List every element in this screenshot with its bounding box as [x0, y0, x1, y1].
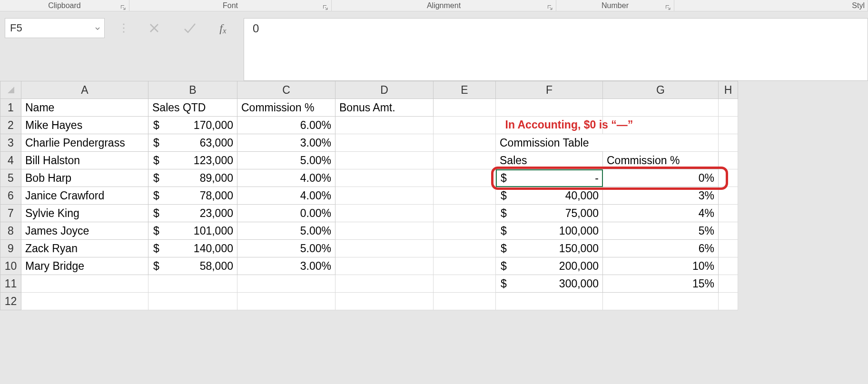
cell[interactable]	[434, 275, 496, 293]
cell[interactable]: $23,000	[148, 205, 237, 222]
row-header[interactable]: 9	[0, 240, 21, 257]
cell[interactable]	[434, 99, 496, 117]
cell[interactable]	[719, 240, 738, 257]
cell[interactable]: 0.00%	[237, 205, 335, 222]
ribbon-group-clipboard[interactable]: Clipboard	[0, 0, 129, 11]
cell[interactable]: 15%	[603, 275, 719, 293]
cell[interactable]: Sales QTD	[148, 99, 237, 117]
cell[interactable]	[335, 187, 434, 205]
ribbon-group-font[interactable]: Font	[129, 0, 332, 11]
cell[interactable]	[335, 222, 434, 240]
dialog-launcher-icon[interactable]	[547, 4, 553, 10]
cell[interactable]	[434, 257, 496, 275]
cell[interactable]: 5.00%	[237, 222, 335, 240]
column-header[interactable]: A	[21, 81, 148, 99]
cell[interactable]	[434, 240, 496, 257]
cell[interactable]: Janice Crawford	[21, 187, 148, 205]
row-header[interactable]: 4	[0, 152, 21, 169]
cell[interactable]	[603, 293, 719, 310]
cell[interactable]	[434, 205, 496, 222]
dialog-launcher-icon[interactable]	[323, 4, 328, 10]
cell[interactable]: $170,000	[148, 117, 237, 134]
row-header[interactable]: 12	[0, 293, 21, 310]
cell[interactable]: 4%	[603, 205, 719, 222]
worksheet[interactable]: ABCDEFGH1NameSales QTDCommission %Bonus …	[0, 81, 868, 310]
cell[interactable]	[719, 117, 738, 134]
cell[interactable]: Mary Bridge	[21, 257, 148, 275]
cell[interactable]: $58,000	[148, 257, 237, 275]
cell[interactable]: $100,000	[496, 222, 603, 240]
cell[interactable]	[434, 152, 496, 169]
cell[interactable]: Sales	[496, 152, 603, 169]
cell[interactable]: $101,000	[148, 222, 237, 240]
row-header[interactable]: 3	[0, 134, 21, 152]
cell[interactable]	[21, 275, 148, 293]
cell[interactable]	[434, 117, 496, 134]
cell[interactable]: $63,000	[148, 134, 237, 152]
cell[interactable]	[335, 293, 434, 310]
cell[interactable]: $89,000	[148, 169, 237, 187]
cell[interactable]: 4.00%	[237, 169, 335, 187]
cell[interactable]	[335, 257, 434, 275]
cell[interactable]: 3.00%	[237, 134, 335, 152]
cell[interactable]: Charlie Pendergrass	[21, 134, 148, 152]
cell[interactable]	[237, 293, 335, 310]
cell[interactable]: $200,000	[496, 257, 603, 275]
row-header[interactable]: 5	[0, 169, 21, 187]
cell[interactable]	[335, 134, 434, 152]
cell[interactable]: Bonus Amt.	[335, 99, 434, 117]
cell[interactable]: $140,000	[148, 240, 237, 257]
column-header[interactable]: G	[603, 81, 719, 99]
row-header[interactable]: 6	[0, 187, 21, 205]
cell[interactable]	[21, 293, 148, 310]
column-header[interactable]: D	[335, 81, 434, 99]
cell[interactable]	[434, 293, 496, 310]
cell[interactable]	[434, 187, 496, 205]
cell[interactable]: $75,000	[496, 205, 603, 222]
column-header[interactable]: H	[719, 81, 738, 99]
more-icon[interactable]	[122, 22, 126, 34]
cell[interactable]: Commission Table	[496, 134, 603, 152]
ribbon-group-number[interactable]: Number	[556, 0, 674, 11]
formula-input[interactable]: 0	[244, 18, 868, 38]
cell[interactable]: Mike Hayes	[21, 117, 148, 134]
cell[interactable]	[719, 99, 738, 117]
formula-input-expanded[interactable]	[244, 38, 868, 81]
cell[interactable]	[603, 134, 719, 152]
cell[interactable]	[335, 275, 434, 293]
select-all-corner[interactable]	[0, 81, 21, 99]
cell[interactable]	[719, 275, 738, 293]
cell[interactable]	[719, 187, 738, 205]
cell[interactable]: 10%	[603, 257, 719, 275]
cell[interactable]: Bill Halston	[21, 152, 148, 169]
cell[interactable]	[434, 169, 496, 187]
cell[interactable]: Sylvie King	[21, 205, 148, 222]
row-header[interactable]: 8	[0, 222, 21, 240]
cell[interactable]: Name	[21, 99, 148, 117]
cell[interactable]	[719, 222, 738, 240]
column-header[interactable]: B	[148, 81, 237, 99]
row-header[interactable]: 7	[0, 205, 21, 222]
cell[interactable]: Commission %	[237, 99, 335, 117]
name-box[interactable]: F5	[5, 18, 105, 38]
cell[interactable]	[719, 257, 738, 275]
cell[interactable]: $78,000	[148, 187, 237, 205]
cell[interactable]: 5%	[603, 222, 719, 240]
cell[interactable]	[719, 169, 738, 187]
cell[interactable]	[603, 99, 719, 117]
cell[interactable]: $150,000	[496, 240, 603, 257]
cell[interactable]: Zack Ryan	[21, 240, 148, 257]
cell[interactable]: 4.00%	[237, 187, 335, 205]
cell[interactable]	[335, 117, 434, 134]
ribbon-group-alignment[interactable]: Alignment	[332, 0, 556, 11]
cell[interactable]: $123,000	[148, 152, 237, 169]
cell[interactable]	[434, 222, 496, 240]
cell[interactable]	[237, 275, 335, 293]
cell[interactable]: 5.00%	[237, 240, 335, 257]
cell[interactable]	[719, 134, 738, 152]
dialog-launcher-icon[interactable]	[120, 4, 126, 10]
enter-icon[interactable]	[183, 22, 197, 34]
cell[interactable]: 0%	[603, 169, 719, 187]
row-header[interactable]: 10	[0, 257, 21, 275]
cell[interactable]: 3%	[603, 187, 719, 205]
